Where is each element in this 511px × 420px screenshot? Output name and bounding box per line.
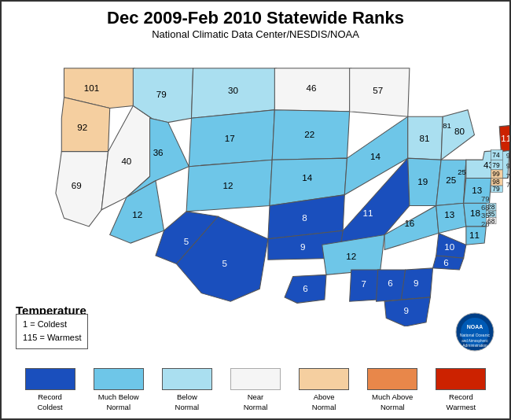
label-much-below: Much BelowNormal xyxy=(98,392,139,412)
label-record-coldest: RecordColdest xyxy=(37,392,62,412)
map-area: 101 92 69 40 79 30 17 36 12 xyxy=(2,43,509,326)
svg-text:57: 57 xyxy=(373,85,383,95)
color-legend: RecordColdest Much BelowNormal BelowNorm… xyxy=(16,368,495,412)
svg-text:11: 11 xyxy=(469,230,480,240)
label-record-warmest: RecordWarmest xyxy=(447,392,476,412)
svg-text:9: 9 xyxy=(403,305,408,315)
svg-text:13: 13 xyxy=(444,209,454,219)
swatch-record-coldest xyxy=(25,368,75,390)
svg-text:40: 40 xyxy=(121,156,131,166)
label-near: NearNormal xyxy=(244,392,268,412)
scale-line1: 1 = Coldest xyxy=(23,318,81,332)
svg-text:79: 79 xyxy=(492,161,500,169)
svg-text:12: 12 xyxy=(223,180,233,190)
svg-text:99: 99 xyxy=(506,161,509,170)
svg-text:5: 5 xyxy=(222,258,227,268)
svg-text:9: 9 xyxy=(414,278,418,288)
svg-text:81: 81 xyxy=(419,133,429,143)
noaa-logo: NOAA National Oceanic and Atmospheric Ad… xyxy=(454,311,495,356)
swatch-above xyxy=(299,368,349,390)
svg-text:18: 18 xyxy=(470,208,480,218)
svg-text:46: 46 xyxy=(306,83,316,93)
label-much-above: Much AboveNormal xyxy=(372,392,413,412)
svg-text:8: 8 xyxy=(302,212,307,223)
svg-text:14: 14 xyxy=(370,151,380,161)
legend-below: BelowNormal xyxy=(157,368,217,412)
svg-text:35: 35 xyxy=(481,211,490,219)
legend-much-above: Much AboveNormal xyxy=(362,368,422,412)
svg-text:12: 12 xyxy=(346,251,356,261)
svg-text:25: 25 xyxy=(458,168,466,176)
svg-text:5: 5 xyxy=(184,236,189,246)
svg-text:NOAA: NOAA xyxy=(467,324,483,330)
legend-record-coldest: RecordColdest xyxy=(20,368,80,412)
legend-near: NearNormal xyxy=(226,368,285,412)
svg-text:12: 12 xyxy=(132,209,142,219)
svg-text:11: 11 xyxy=(362,208,373,218)
label-above: AboveNormal xyxy=(312,392,336,412)
svg-text:17: 17 xyxy=(225,133,235,143)
svg-text:68: 68 xyxy=(481,203,490,212)
svg-text:81: 81 xyxy=(443,121,451,130)
legend-much-below: Much BelowNormal xyxy=(89,368,149,412)
svg-marker-4 xyxy=(56,152,108,227)
page-subtitle: National Climatic Data Center/NESDIS/NOA… xyxy=(2,28,509,40)
page-title: Dec 2009-Feb 2010 Statewide Ranks xyxy=(2,2,509,28)
svg-text:13: 13 xyxy=(472,185,482,195)
swatch-much-below xyxy=(94,368,144,390)
svg-text:22: 22 xyxy=(304,129,314,139)
svg-text:99: 99 xyxy=(492,170,500,178)
svg-text:101: 101 xyxy=(84,83,99,93)
svg-text:98: 98 xyxy=(492,178,500,186)
svg-text:74: 74 xyxy=(492,151,500,159)
svg-text:19: 19 xyxy=(417,176,428,186)
svg-text:16: 16 xyxy=(404,218,414,228)
scale-line2: 115 = Warmest xyxy=(23,331,81,345)
main-container: Dec 2009-Feb 2010 Statewide Ranks Nation… xyxy=(0,0,511,420)
label-below: BelowNormal xyxy=(175,392,200,412)
svg-text:6: 6 xyxy=(443,257,448,267)
svg-text:98: 98 xyxy=(506,151,509,160)
svg-text:113: 113 xyxy=(501,133,509,143)
svg-text:9: 9 xyxy=(300,241,305,252)
svg-text:79: 79 xyxy=(156,89,167,99)
legend-above: AboveNormal xyxy=(294,368,354,412)
svg-text:79: 79 xyxy=(492,185,500,193)
svg-text:79: 79 xyxy=(481,194,490,203)
svg-text:79: 79 xyxy=(506,171,509,180)
svg-text:36: 36 xyxy=(153,147,164,157)
svg-text:7: 7 xyxy=(361,278,366,289)
svg-text:28: 28 xyxy=(481,219,490,228)
svg-text:74: 74 xyxy=(506,180,509,189)
scale-legend-box: 1 = Coldest 115 = Warmest xyxy=(16,314,88,349)
swatch-below xyxy=(162,368,212,390)
legend-record-warmest: RecordWarmest xyxy=(431,368,491,412)
svg-text:69: 69 xyxy=(72,180,82,190)
svg-text:6: 6 xyxy=(303,283,307,293)
us-map: 101 92 69 40 79 30 17 36 12 xyxy=(2,43,509,326)
svg-text:National Oceanic: National Oceanic xyxy=(460,333,491,337)
svg-text:Administration: Administration xyxy=(462,343,487,348)
svg-text:25: 25 xyxy=(446,175,456,185)
svg-text:14: 14 xyxy=(302,172,312,182)
svg-text:30: 30 xyxy=(228,85,238,95)
svg-text:92: 92 xyxy=(77,122,87,132)
swatch-much-above xyxy=(367,368,417,390)
swatch-near xyxy=(230,368,281,390)
svg-text:10: 10 xyxy=(444,241,454,252)
svg-text:80: 80 xyxy=(454,126,465,136)
swatch-record-warmest xyxy=(436,368,486,390)
svg-text:6: 6 xyxy=(388,278,392,288)
